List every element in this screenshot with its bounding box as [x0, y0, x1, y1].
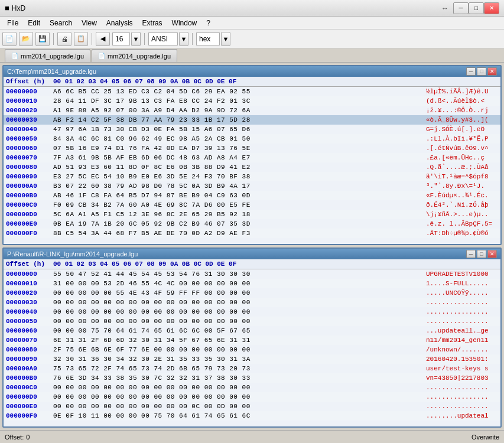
print-button[interactable]: 🖨	[57, 32, 71, 46]
table-row[interactable]: 000000E0 0B EA 19 7A 1B 20 6C 05 92 9B C…	[4, 219, 500, 229]
menu-extras[interactable]: Extras	[138, 18, 167, 28]
panel-2-minimize[interactable]: ─	[466, 250, 476, 258]
status-bar: Offset: 0 Overwrite	[0, 430, 504, 443]
back-button[interactable]: ◀	[96, 32, 110, 46]
table-row[interactable]: 00000020 A1 9E 88 A5 92 07 00 3A A9 D4 A…	[4, 106, 500, 115]
table-row[interactable]: 00000000 A6 6C B5 CC 25 13 ED C3 C2 04 5…	[4, 87, 500, 96]
mode-input[interactable]	[196, 32, 220, 45]
table-row[interactable]: 00000090 32 30 31 36 30 34 32 30 2E 31 3…	[4, 354, 500, 364]
offset-cell: 00000000	[6, 87, 53, 96]
menu-view[interactable]: View	[77, 18, 102, 28]
offset-cell: 00000020	[6, 288, 53, 298]
table-row[interactable]: 00000000 55 50 47 52 41 44 45 54 45 53 5…	[4, 269, 500, 279]
ascii-cell: ................	[421, 298, 498, 307]
new-button[interactable]: 📄	[2, 32, 17, 46]
panel-1-content: Offset (h) 00 01 02 03 04 05 06 07 08 09…	[4, 77, 500, 244]
table-row[interactable]: 000000A0 B3 07 22 60 38 79 AD 98 D0 78 5…	[4, 181, 500, 191]
panel-2-close[interactable]: ✕	[487, 250, 497, 258]
ascii-cell: «F.Èúdµ×..¾¹.Éc.	[421, 191, 498, 200]
panel-1-rows[interactable]: 00000000 A6 6C B5 CC 25 13 ED C3 C2 04 5…	[4, 87, 500, 244]
minimize-button[interactable]: ─	[453, 2, 469, 14]
table-row[interactable]: 000000F0 8B C5 54 3A 44 68 F7 B5 AE BE 7…	[4, 229, 500, 238]
table-row[interactable]: 000000C0 F0 09 CB 34 B2 7A 60 A0 4E 69 8…	[4, 200, 500, 210]
offset-cell: 000000F0	[6, 229, 53, 238]
menu-analysis[interactable]: Analysis	[102, 18, 138, 28]
hex-cells: 00 00 00 00 00 00 00 00 00 00 00 00 00 0…	[53, 298, 421, 307]
hex-cells: 00 00 00 00 00 00 00 00 00 00 00 00 00 0…	[53, 383, 421, 392]
tab-icon-0: 📄	[11, 53, 18, 59]
menu-search[interactable]: Search	[45, 18, 77, 28]
table-row[interactable]: 00000060 00 00 00 75 70 64 61 74 65 61 6…	[4, 326, 500, 335]
panel-1-title-bar: C:\Temp\mm2014_upgrade.lgu ─ □ ✕	[4, 66, 500, 77]
menu-file[interactable]: File	[2, 18, 23, 28]
table-row[interactable]: 00000040 47 97 6A 1B 73 30 CB D3 0E FA 5…	[4, 125, 500, 134]
ascii-cell: n11/mm2014_gen11	[421, 335, 498, 345]
table-row[interactable]: 00000010 28 64 11 DF 3C 17 9B 13 C3 FA E…	[4, 96, 500, 106]
hex-panel-2: P:\Renault\R-LINK_lgu\mm2014_upgrade.lgu…	[2, 247, 502, 428]
table-row[interactable]: 00000010 31 00 00 00 53 2D 46 55 4C 4C 0…	[4, 279, 500, 288]
table-row[interactable]: 00000060 07 5B 16 E9 74 D1 76 FA 42 0D E…	[4, 144, 500, 153]
menu-window[interactable]: Window	[167, 18, 202, 28]
table-row[interactable]: 00000080 AD 51 93 E3 60 11 8D 0F 8C E6 0…	[4, 162, 500, 172]
panel-2-rows[interactable]: 00000000 55 50 47 52 41 44 45 54 45 53 5…	[4, 269, 500, 426]
block-size-input[interactable]	[112, 32, 130, 45]
ascii-cell: 20160420.153501:	[421, 354, 498, 364]
table-row[interactable]: 00000030 00 00 00 00 00 00 00 00 00 00 0…	[4, 298, 500, 307]
block-size-dropdown[interactable]: ▼	[131, 32, 141, 46]
open-button[interactable]: 📂	[19, 32, 33, 46]
table-row[interactable]: 00000070 7F A3 61 9B 5B AF EB 6D 06 DC 4…	[4, 153, 500, 162]
offset-cell: 00000010	[6, 96, 53, 106]
panel-2-maximize[interactable]: □	[477, 250, 486, 258]
ascii-cell: .[.étÑvúB.êÖ9.v^	[421, 144, 498, 153]
table-row[interactable]: 000000D0 00 00 00 00 00 00 00 00 00 00 0…	[4, 392, 500, 402]
encoding-input[interactable]	[148, 32, 178, 45]
table-row[interactable]: 000000C0 00 00 00 00 00 00 00 00 00 00 0…	[4, 383, 500, 392]
offset-cell: 00000080	[6, 162, 53, 172]
table-row[interactable]: 000000D0 5C 6A A1 A5 F1 C5 12 3E 96 8C 2…	[4, 210, 500, 219]
hex-cells: F0 09 CB 34 B2 7A 60 A0 4E 69 8C 7A D6 0…	[53, 200, 421, 210]
hex-cells: 07 5B 16 E9 74 D1 76 FA 42 0D EA D7 39 1…	[53, 144, 421, 153]
table-row[interactable]: 000000B0 AB 46 1F C8 FA 64 B5 D7 94 87 B…	[4, 191, 500, 200]
offset-cell: 000000B0	[6, 191, 53, 200]
panel-1-close[interactable]: ✕	[487, 67, 497, 76]
table-row[interactable]: 000000A0 75 73 65 72 2F 74 65 73 74 2D 6…	[4, 364, 500, 373]
ascii-cell: ........updateal	[421, 411, 498, 421]
tab-icon-1: 📄	[98, 53, 105, 59]
tab-1[interactable]: 📄 mm2014_upgrade.lgu	[92, 49, 177, 62]
export-button[interactable]: 📋	[74, 32, 88, 46]
offset-cell: 000000D0	[6, 392, 53, 402]
table-row[interactable]: 00000050 84 3A 4C 6C 81 C0 96 62 49 EC 9…	[4, 134, 500, 144]
menu-edit[interactable]: Edit	[23, 18, 45, 28]
hex-cells: 8B C5 54 3A 44 68 F7 B5 AE BE 70 0D A2 D…	[53, 229, 421, 238]
ascii-header	[421, 78, 498, 85]
panel-1-minimize[interactable]: ─	[466, 67, 476, 76]
hex-cells: 00 00 00 00 00 55 4E 43 4F 59 FF FF 00 0…	[53, 288, 421, 298]
ascii-cell: ................	[421, 383, 498, 392]
table-row[interactable]: 000000F0 0E 0F 10 11 00 00 00 00 75 70 6…	[4, 411, 500, 421]
ascii-cell: ð.Ë4².`.Ni.zÖ.åþ	[421, 200, 498, 210]
table-row[interactable]: 00000040 00 00 00 00 00 00 00 00 00 00 0…	[4, 307, 500, 317]
hex-cells: 00 00 00 00 00 00 00 00 00 00 00 00 00 0…	[53, 317, 421, 326]
table-row[interactable]: 000000B0 76 6E 3D 34 33 38 35 30 7C 32 3…	[4, 373, 500, 383]
table-row[interactable]: 00000090 E3 27 5C EC 54 10 B9 E0 E6 3D 5…	[4, 172, 500, 181]
table-row[interactable]: 00000070 6E 31 31 2F 6D 6D 32 30 31 34 5…	[4, 335, 500, 345]
panel-1-maximize[interactable]: □	[477, 67, 486, 76]
table-row[interactable]: 000000E0 00 00 00 00 00 00 00 00 00 00 0…	[4, 402, 500, 411]
hex-cells: A6 6C B5 CC 25 13 ED C3 C2 04 5D C6 29 E…	[53, 87, 421, 96]
mode-dropdown[interactable]: ▼	[221, 32, 230, 46]
table-row[interactable]: 00000050 00 00 00 00 00 00 00 00 00 00 0…	[4, 317, 500, 326]
table-row[interactable]: 00000030 AB F2 14 C2 5F 38 DB 77 AA 79 2…	[4, 115, 500, 125]
save-button[interactable]: 💾	[35, 32, 50, 46]
tab-label-1: mm2014_upgrade.lgu	[108, 53, 171, 60]
offset-cell: 00000050	[6, 317, 53, 326]
panel-1-controls: ─ □ ✕	[466, 67, 497, 76]
table-row[interactable]: 00000080 2F 75 6E 6B 6E 6F 77 6E 00 00 0…	[4, 345, 500, 354]
menu-help[interactable]: ?	[201, 18, 215, 28]
maximize-button[interactable]: □	[469, 2, 484, 14]
encoding-dropdown[interactable]: ▼	[179, 32, 188, 46]
ascii-cell: .:Ll.À.bIì.¥*Ë.P	[421, 134, 498, 144]
ascii-cell: G=j.SÓÈ.ú[.].eÖ	[421, 125, 498, 134]
tab-0[interactable]: 📄 mm2014_upgrade.lgu	[5, 49, 90, 62]
close-button[interactable]: ✕	[484, 2, 499, 14]
table-row[interactable]: 00000020 00 00 00 00 00 55 4E 43 4F 59 F…	[4, 288, 500, 298]
